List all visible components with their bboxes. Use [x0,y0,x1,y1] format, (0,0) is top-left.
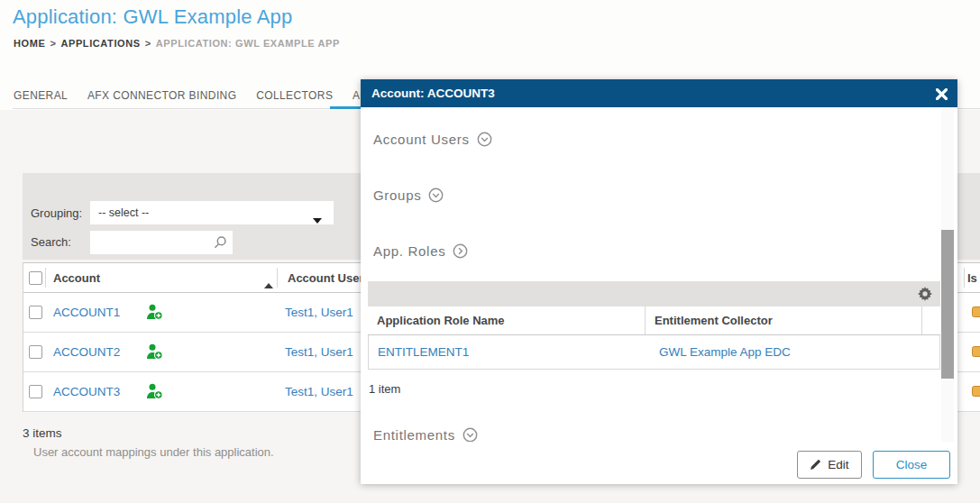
close-button-label: Close [896,458,928,471]
section-entitlements[interactable]: Entitlements [373,427,478,442]
account-link[interactable]: ACCOUNT2 [53,345,120,359]
account-user-link[interactable]: Test1, User1 [285,385,353,398]
close-icon[interactable] [933,87,949,101]
column-divider [45,268,46,288]
edit-button[interactable]: Edit [797,451,862,479]
dialog-title: Account: ACCOUNT3 [371,79,495,107]
account-detail-dialog: Account: ACCOUNT3 Account Users Groups A… [361,79,957,484]
pencil-icon [810,459,828,471]
column-divider [964,268,965,288]
grouping-label: Grouping: [31,206,82,220]
chevron-down-icon [313,211,322,227]
row-checkbox[interactable] [29,345,42,359]
breadcrumb-current: APPLICATION: GWL EXAMPLE APP [156,38,340,49]
section-entitlements-label: Entitlements [373,427,455,442]
roles-table-toolbar [368,281,940,306]
entitlement-collector-link[interactable]: GWL Example App EDC [659,345,791,359]
column-header-blank [922,306,940,334]
table-description: User account mappings under this applica… [33,445,274,459]
dialog-scrollbar-thumb[interactable] [941,230,954,379]
section-app-roles[interactable]: App. Roles [373,243,468,259]
column-header-entitlement-collector[interactable]: Entitlement Collector [646,306,922,334]
dialog-header: Account: ACCOUNT3 [361,79,957,107]
section-app-roles-label: App. Roles [373,243,445,259]
section-account-users[interactable]: Account Users [373,132,492,147]
account-user-link[interactable]: Test1, User1 [285,306,353,319]
grouping-select[interactable]: -- select -- [90,201,334,224]
select-all-checkbox[interactable] [29,271,42,285]
roles-items-count: 1 item [369,382,400,396]
section-groups-label: Groups [373,187,421,203]
breadcrumb-separator: > [145,38,151,49]
tab-collectors[interactable]: COLLECTORS [256,89,333,102]
table-row-entitlement1: ENTITLEMENT1 GWL Example App EDC [369,335,939,369]
search-box [90,231,233,254]
search-icon[interactable] [213,235,227,253]
column-divider [277,268,278,288]
account-user-link[interactable]: Test1, User1 [285,345,353,359]
application-role-link[interactable]: ENTITLEMENT1 [378,345,469,359]
add-account-user-icon[interactable] [145,304,163,324]
column-header-account[interactable]: Account [53,271,100,285]
gear-icon[interactable] [918,287,932,305]
breadcrumb: HOME>APPLICATIONS>APPLICATION: GWL EXAMP… [14,38,340,49]
column-header-is[interactable]: Is [967,271,977,285]
row-checkbox[interactable] [29,306,42,319]
roles-table-body: ENTITLEMENT1 GWL Example App EDC [368,335,940,370]
pending-status-icon [972,385,980,401]
chevron-down-circle-icon [470,132,492,147]
account-link[interactable]: ACCOUNT1 [53,306,120,319]
tab-afx-connector-binding[interactable]: AFX CONNECTOR BINDING [87,89,237,102]
edit-button-label: Edit [828,458,848,471]
add-account-user-icon[interactable] [145,343,163,363]
breadcrumb-home[interactable]: HOME [14,38,45,49]
application-window: Application: GWL Example App HOME>APPLIC… [0,0,980,503]
section-groups[interactable]: Groups [373,187,444,203]
dialog-scrollbar-track[interactable] [941,107,954,442]
breadcrumb-separator: > [50,38,56,49]
roles-table-header: Application Role Name Entitlement Collec… [368,306,940,335]
chevron-down-circle-icon [421,187,444,203]
row-checkbox[interactable] [29,385,42,398]
dialog-body: Account Users Groups App. Roles Applicat… [361,107,957,442]
grouping-select-value: -- select -- [98,201,149,224]
tab-general[interactable]: GENERAL [14,89,68,102]
column-header-application-role-name[interactable]: Application Role Name [368,306,646,334]
close-button[interactable]: Close [873,451,950,479]
items-count: 3 items [23,426,62,440]
pending-status-icon [972,306,980,322]
chevron-right-circle-icon [445,243,468,259]
pending-status-icon [972,345,980,361]
add-account-user-icon[interactable] [145,383,163,403]
breadcrumb-applications[interactable]: APPLICATIONS [60,38,140,49]
search-label: Search: [31,235,71,249]
dialog-footer: Edit Close [361,442,957,484]
search-input[interactable] [90,231,209,254]
column-header-account-user[interactable]: Account User [288,271,364,285]
section-account-users-label: Account Users [373,132,470,147]
chevron-down-circle-icon [455,427,478,442]
page-title: Application: GWL Example App [13,5,293,29]
sort-ascending-icon[interactable] [264,276,273,292]
app-roles-table: Application Role Name Entitlement Collec… [368,281,940,370]
account-link[interactable]: ACCOUNT3 [53,385,120,398]
